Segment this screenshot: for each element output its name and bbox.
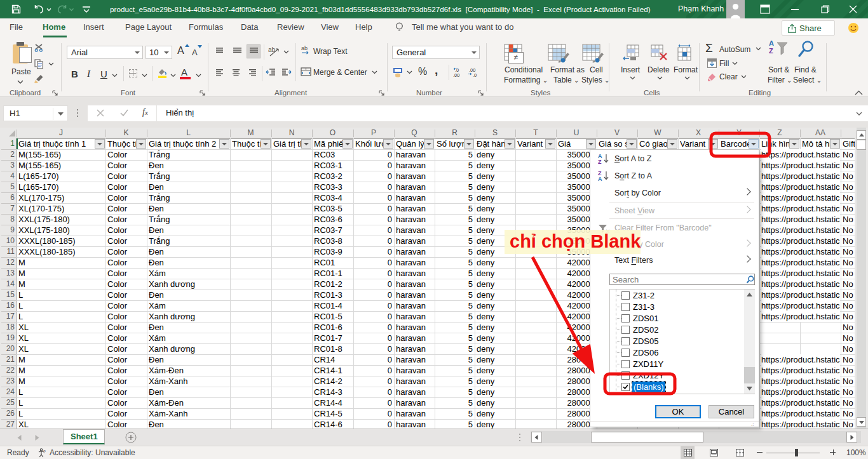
svg-text:ab: ab	[301, 45, 308, 51]
svg-text:Z: Z	[598, 159, 602, 164]
svg-text:.00: .00	[453, 72, 459, 77]
svg-text:A: A	[598, 176, 602, 182]
svg-text:?: ?	[43, 449, 46, 454]
svg-text:.0: .0	[473, 72, 477, 77]
